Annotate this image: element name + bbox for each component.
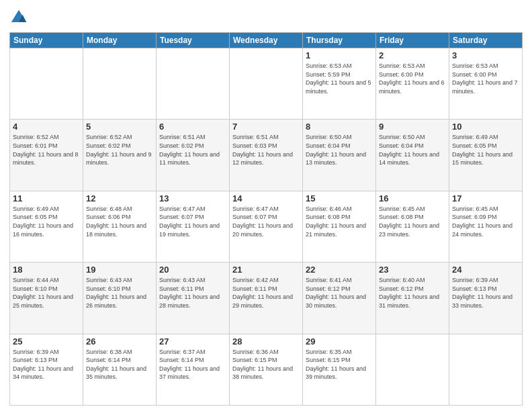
calendar-header-thursday: Thursday — [303, 33, 376, 48]
day-info: Sunrise: 6:48 AMSunset: 6:06 PMDaylight:… — [86, 205, 153, 238]
day-info: Sunrise: 6:53 AMSunset: 6:00 PMDaylight:… — [452, 62, 519, 95]
page: SundayMondayTuesdayWednesdayThursdayFrid… — [0, 0, 532, 411]
day-info: Sunrise: 6:47 AMSunset: 6:07 PMDaylight:… — [159, 205, 226, 238]
calendar-cell: 15Sunrise: 6:46 AMSunset: 6:08 PMDayligh… — [303, 191, 376, 262]
calendar-cell: 26Sunrise: 6:38 AMSunset: 6:14 PMDayligh… — [83, 334, 157, 405]
logo — [9, 8, 31, 27]
calendar-cell: 10Sunrise: 6:49 AMSunset: 6:05 PMDayligh… — [449, 120, 523, 191]
day-info: Sunrise: 6:40 AMSunset: 6:12 PMDaylight:… — [379, 276, 446, 310]
calendar-week-5: 25Sunrise: 6:39 AMSunset: 6:13 PMDayligh… — [10, 334, 523, 405]
calendar-cell: 12Sunrise: 6:48 AMSunset: 6:06 PMDayligh… — [83, 191, 157, 262]
day-info: Sunrise: 6:53 AMSunset: 5:59 PMDaylight:… — [306, 62, 373, 95]
day-number: 9 — [379, 122, 446, 132]
day-number: 20 — [159, 265, 226, 275]
day-number: 22 — [306, 265, 373, 275]
calendar-cell: 28Sunrise: 6:36 AMSunset: 6:15 PMDayligh… — [230, 334, 303, 405]
day-number: 21 — [232, 265, 300, 275]
calendar-week-1: 1Sunrise: 6:53 AMSunset: 5:59 PMDaylight… — [10, 48, 523, 120]
calendar-cell: 5Sunrise: 6:52 AMSunset: 6:02 PMDaylight… — [83, 120, 157, 191]
day-info: Sunrise: 6:38 AMSunset: 6:14 PMDaylight:… — [86, 348, 153, 381]
calendar-header-wednesday: Wednesday — [230, 33, 303, 48]
day-info: Sunrise: 6:43 AMSunset: 6:11 PMDaylight:… — [159, 276, 226, 310]
day-number: 4 — [13, 122, 80, 132]
calendar-week-2: 4Sunrise: 6:52 AMSunset: 6:01 PMDaylight… — [10, 120, 523, 191]
calendar-cell — [10, 48, 83, 120]
calendar-cell: 16Sunrise: 6:45 AMSunset: 6:08 PMDayligh… — [376, 191, 449, 262]
day-number: 16 — [379, 193, 446, 203]
day-number: 11 — [13, 193, 80, 203]
day-info: Sunrise: 6:50 AMSunset: 6:04 PMDaylight:… — [306, 133, 373, 167]
calendar-cell: 20Sunrise: 6:43 AMSunset: 6:11 PMDayligh… — [157, 263, 230, 334]
calendar-cell: 9Sunrise: 6:50 AMSunset: 6:04 PMDaylight… — [376, 120, 449, 191]
calendar-cell: 1Sunrise: 6:53 AMSunset: 5:59 PMDaylight… — [303, 48, 376, 120]
day-number: 1 — [306, 50, 373, 60]
day-number: 6 — [159, 122, 226, 132]
calendar-cell: 13Sunrise: 6:47 AMSunset: 6:07 PMDayligh… — [157, 191, 230, 262]
day-number: 2 — [379, 50, 446, 60]
logo-icon — [9, 8, 28, 27]
day-number: 5 — [86, 122, 153, 132]
day-info: Sunrise: 6:50 AMSunset: 6:04 PMDaylight:… — [379, 133, 446, 167]
calendar-cell: 22Sunrise: 6:41 AMSunset: 6:12 PMDayligh… — [303, 263, 376, 334]
day-info: Sunrise: 6:52 AMSunset: 6:01 PMDaylight:… — [13, 133, 80, 167]
calendar-cell: 19Sunrise: 6:43 AMSunset: 6:10 PMDayligh… — [83, 263, 157, 334]
day-info: Sunrise: 6:52 AMSunset: 6:02 PMDaylight:… — [86, 133, 153, 167]
calendar-cell — [230, 48, 303, 120]
calendar-header-sunday: Sunday — [10, 33, 83, 48]
day-info: Sunrise: 6:35 AMSunset: 6:15 PMDaylight:… — [306, 348, 373, 381]
calendar-cell: 24Sunrise: 6:39 AMSunset: 6:13 PMDayligh… — [449, 263, 523, 334]
day-info: Sunrise: 6:37 AMSunset: 6:14 PMDaylight:… — [159, 348, 226, 381]
calendar-cell — [449, 334, 523, 405]
day-info: Sunrise: 6:45 AMSunset: 6:08 PMDaylight:… — [379, 205, 446, 238]
calendar-cell: 3Sunrise: 6:53 AMSunset: 6:00 PMDaylight… — [449, 48, 523, 120]
calendar-week-3: 11Sunrise: 6:49 AMSunset: 6:05 PMDayligh… — [10, 191, 523, 262]
day-info: Sunrise: 6:41 AMSunset: 6:12 PMDaylight:… — [306, 276, 373, 310]
calendar-cell: 7Sunrise: 6:51 AMSunset: 6:03 PMDaylight… — [230, 120, 303, 191]
day-info: Sunrise: 6:51 AMSunset: 6:03 PMDaylight:… — [232, 133, 300, 167]
calendar-cell — [83, 48, 157, 120]
day-number: 24 — [452, 265, 519, 275]
day-number: 13 — [159, 193, 226, 203]
day-info: Sunrise: 6:46 AMSunset: 6:08 PMDaylight:… — [306, 205, 373, 238]
calendar: SundayMondayTuesdayWednesdayThursdayFrid… — [9, 32, 523, 406]
calendar-body: 1Sunrise: 6:53 AMSunset: 5:59 PMDaylight… — [10, 48, 523, 406]
calendar-header-friday: Friday — [376, 33, 449, 48]
calendar-week-4: 18Sunrise: 6:44 AMSunset: 6:10 PMDayligh… — [10, 263, 523, 334]
calendar-cell: 8Sunrise: 6:50 AMSunset: 6:04 PMDaylight… — [303, 120, 376, 191]
day-number: 26 — [86, 336, 153, 347]
calendar-cell — [376, 334, 449, 405]
day-info: Sunrise: 6:45 AMSunset: 6:09 PMDaylight:… — [452, 205, 519, 238]
calendar-cell: 21Sunrise: 6:42 AMSunset: 6:11 PMDayligh… — [230, 263, 303, 334]
calendar-header-monday: Monday — [83, 33, 157, 48]
calendar-cell: 4Sunrise: 6:52 AMSunset: 6:01 PMDaylight… — [10, 120, 83, 191]
day-number: 10 — [452, 122, 519, 132]
header — [9, 8, 523, 27]
day-info: Sunrise: 6:42 AMSunset: 6:11 PMDaylight:… — [232, 276, 300, 310]
day-info: Sunrise: 6:39 AMSunset: 6:13 PMDaylight:… — [13, 348, 80, 381]
day-info: Sunrise: 6:49 AMSunset: 6:05 PMDaylight:… — [452, 133, 519, 167]
day-number: 7 — [232, 122, 300, 132]
day-number: 18 — [13, 265, 80, 275]
day-number: 14 — [232, 193, 300, 203]
day-number: 19 — [86, 265, 153, 275]
calendar-cell: 27Sunrise: 6:37 AMSunset: 6:14 PMDayligh… — [157, 334, 230, 405]
day-info: Sunrise: 6:39 AMSunset: 6:13 PMDaylight:… — [452, 276, 519, 310]
day-number: 12 — [86, 193, 153, 203]
calendar-header-tuesday: Tuesday — [157, 33, 230, 48]
day-info: Sunrise: 6:49 AMSunset: 6:05 PMDaylight:… — [13, 205, 80, 238]
day-number: 3 — [452, 50, 519, 60]
day-number: 25 — [13, 336, 80, 347]
day-info: Sunrise: 6:53 AMSunset: 6:00 PMDaylight:… — [379, 62, 446, 95]
day-info: Sunrise: 6:47 AMSunset: 6:07 PMDaylight:… — [232, 205, 300, 238]
calendar-cell: 29Sunrise: 6:35 AMSunset: 6:15 PMDayligh… — [303, 334, 376, 405]
day-number: 27 — [159, 336, 226, 347]
day-number: 29 — [306, 336, 373, 347]
calendar-cell: 25Sunrise: 6:39 AMSunset: 6:13 PMDayligh… — [10, 334, 83, 405]
day-info: Sunrise: 6:43 AMSunset: 6:10 PMDaylight:… — [86, 276, 153, 310]
day-info: Sunrise: 6:44 AMSunset: 6:10 PMDaylight:… — [13, 276, 80, 310]
day-number: 23 — [379, 265, 446, 275]
calendar-cell: 17Sunrise: 6:45 AMSunset: 6:09 PMDayligh… — [449, 191, 523, 262]
calendar-cell: 18Sunrise: 6:44 AMSunset: 6:10 PMDayligh… — [10, 263, 83, 334]
calendar-cell: 11Sunrise: 6:49 AMSunset: 6:05 PMDayligh… — [10, 191, 83, 262]
day-number: 17 — [452, 193, 519, 203]
